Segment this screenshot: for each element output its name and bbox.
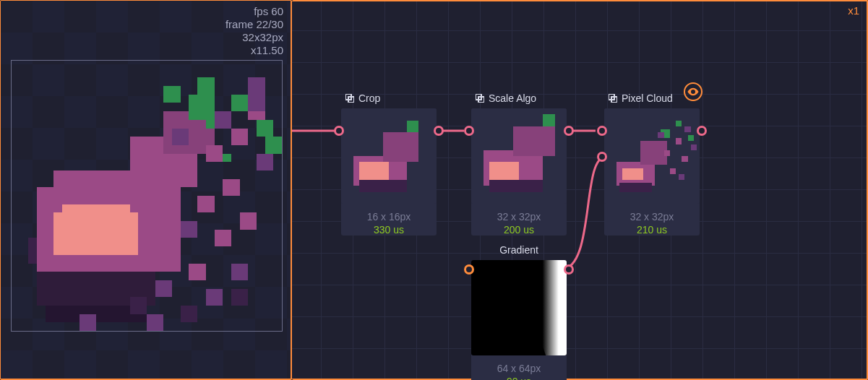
graph-panel[interactable]: x1 Crop: [292, 0, 868, 380]
svg-rect-37: [130, 297, 147, 314]
svg-rect-15: [231, 129, 248, 145]
port-out[interactable]: [564, 126, 574, 136]
node-title: Crop: [358, 92, 380, 104]
node-dim: 32 x 32px: [604, 211, 700, 223]
port-in-mask[interactable]: [597, 152, 607, 162]
svg-rect-57: [543, 114, 555, 126]
svg-rect-69: [682, 156, 687, 162]
node-dim: 32 x 32px: [471, 211, 567, 223]
port-out[interactable]: [434, 126, 444, 136]
svg-rect-28: [80, 314, 96, 331]
svg-rect-39: [231, 289, 248, 306]
svg-rect-70: [670, 168, 676, 174]
stat-resolution: 32x32px: [225, 31, 283, 44]
svg-rect-25: [206, 289, 223, 306]
node-thumbnail: [471, 108, 567, 204]
preview-stats: fps 60 frame 22/30 32x32px x11.50: [225, 5, 283, 57]
preview-panel[interactable]: fps 60 frame 22/30 32x32px x11.50: [0, 0, 292, 380]
svg-rect-26: [155, 280, 172, 297]
node-time: 210 us: [604, 224, 700, 236]
svg-rect-38: [181, 306, 197, 322]
node-thumbnail: [341, 108, 437, 204]
svg-rect-29: [231, 264, 248, 280]
svg-rect-17: [163, 246, 180, 263]
node-scale-algo[interactable]: Scale Algo 32 x 32px 200 us: [471, 108, 567, 236]
node-thumbnail: [604, 108, 700, 204]
svg-rect-76: [688, 135, 694, 141]
svg-rect-36: [265, 137, 282, 153]
svg-rect-21: [172, 129, 189, 145]
svg-rect-12: [206, 145, 223, 162]
node-gradient[interactable]: Gradient 64 x 64px 90 us: [471, 260, 567, 380]
stat-fps: fps 60: [225, 5, 283, 18]
svg-rect-20: [240, 212, 257, 229]
svg-rect-8: [62, 204, 130, 221]
svg-rect-50: [359, 180, 407, 192]
svg-rect-49: [407, 121, 419, 133]
svg-rect-48: [359, 162, 389, 180]
svg-rect-32: [197, 77, 214, 94]
svg-point-77: [692, 91, 695, 93]
node-thumbnail: [471, 260, 567, 355]
svg-rect-24: [181, 221, 197, 238]
node-title: Scale Algo: [489, 92, 536, 104]
crop-icon: [609, 94, 617, 103]
svg-rect-74: [691, 144, 697, 150]
stat-zoom: x11.50: [225, 44, 283, 57]
port-in[interactable]: [334, 126, 344, 136]
node-time: 90 us: [471, 376, 567, 380]
port-in[interactable]: [464, 264, 474, 275]
port-out[interactable]: [697, 126, 707, 136]
preview-toggle-eye-icon[interactable]: [684, 82, 702, 101]
app-root: fps 60 frame 22/30 32x32px x11.50: [0, 0, 868, 380]
svg-rect-75: [676, 121, 682, 126]
svg-rect-35: [163, 86, 180, 103]
node-time: 330 us: [341, 224, 437, 236]
node-title: Pixel Cloud: [622, 92, 673, 104]
svg-rect-31: [231, 95, 248, 111]
port-in-main[interactable]: [597, 126, 607, 136]
svg-rect-71: [658, 132, 663, 138]
node-pixel-cloud[interactable]: Pixel Cloud 32 x 32px 210 us: [604, 108, 700, 236]
svg-rect-63: [640, 141, 667, 165]
svg-rect-64: [622, 168, 643, 181]
node-title: Gradient: [499, 244, 538, 256]
svg-rect-11: [181, 162, 197, 178]
preview-viewport[interactable]: [11, 60, 283, 332]
svg-rect-56: [489, 162, 519, 180]
node-time: 200 us: [471, 224, 567, 236]
svg-rect-47: [383, 132, 419, 162]
svg-rect-68: [676, 138, 682, 144]
svg-rect-19: [215, 230, 231, 246]
svg-rect-23: [257, 154, 273, 170]
stat-frame: frame 22/30: [225, 18, 283, 31]
svg-rect-58: [489, 180, 543, 192]
svg-rect-18: [189, 264, 205, 280]
svg-rect-66: [619, 183, 652, 191]
svg-rect-55: [513, 126, 555, 156]
crop-icon: [476, 94, 484, 103]
node-crop[interactable]: Crop 16 x 16px 330 us: [341, 108, 437, 236]
node-dim: 16 x 16px: [341, 211, 437, 223]
svg-rect-27: [147, 314, 163, 331]
svg-rect-22: [215, 111, 231, 128]
svg-rect-30: [248, 77, 265, 111]
svg-rect-13: [223, 179, 239, 196]
crop-icon: [345, 94, 354, 103]
svg-rect-34: [257, 120, 273, 137]
svg-rect-33: [223, 154, 231, 163]
preview-sprite: [12, 61, 282, 331]
svg-rect-14: [197, 196, 214, 212]
graph-zoom: x1: [848, 4, 859, 17]
node-dim: 64 x 64px: [471, 363, 567, 374]
port-out[interactable]: [564, 264, 574, 275]
port-in[interactable]: [464, 126, 474, 136]
svg-rect-72: [684, 126, 690, 132]
svg-rect-67: [664, 150, 670, 156]
svg-rect-73: [679, 174, 684, 180]
